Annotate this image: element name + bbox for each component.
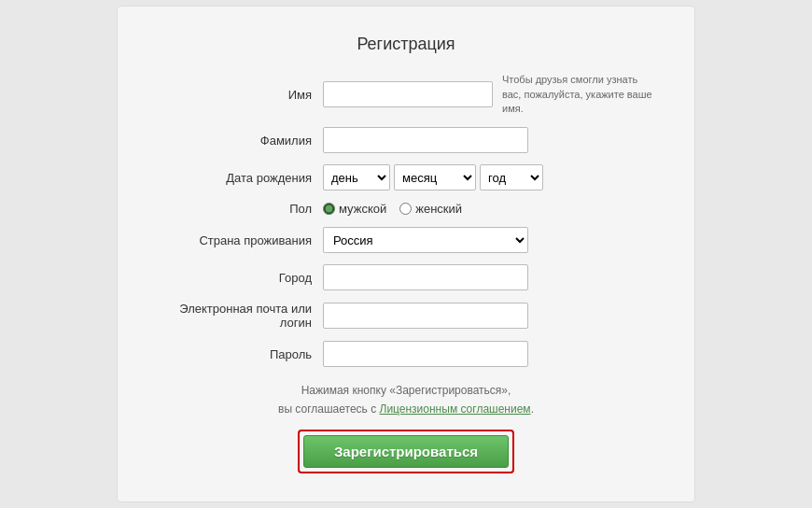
female-label: женский [415, 202, 462, 216]
surname-row: Фамилия [155, 127, 657, 153]
male-label: мужской [339, 202, 386, 216]
date-group: день месяц год [323, 164, 543, 190]
terms-line2: вы соглашаетесь с [278, 402, 379, 416]
terms-line1: Нажимая кнопку «Зарегистрироваться», [301, 384, 511, 397]
year-select[interactable]: год [480, 164, 543, 190]
city-row: Город [155, 264, 657, 290]
email-label: Электронная почта или логин [155, 302, 323, 330]
day-select[interactable]: день [323, 164, 390, 190]
register-btn-wrapper: Зарегистрироваться [298, 430, 514, 473]
terms-text: Нажимая кнопку «Зарегистрироваться», вы … [155, 382, 657, 417]
password-input[interactable] [323, 341, 528, 367]
gender-label: Пол [155, 202, 323, 216]
name-row: Имя Чтобы друзья смогли узнать вас, пожа… [155, 73, 657, 116]
bottom-section: Нажимая кнопку «Зарегистрироваться», вы … [155, 382, 657, 473]
male-option[interactable]: мужской [323, 202, 386, 216]
email-input[interactable] [323, 303, 528, 329]
surname-input[interactable] [323, 127, 528, 153]
name-label: Имя [155, 88, 323, 102]
birthdate-row: Дата рождения день месяц год [155, 164, 657, 190]
country-row: Страна проживания Россия [155, 227, 657, 253]
terms-period: . [531, 402, 534, 416]
password-row: Пароль [155, 341, 657, 367]
terms-link[interactable]: Лицензионным соглашением [380, 402, 531, 416]
form-title: Регистрация [155, 35, 657, 54]
female-radio[interactable] [399, 203, 412, 215]
gender-row: Пол мужской женский [155, 202, 657, 216]
register-button[interactable]: Зарегистрироваться [303, 435, 509, 468]
password-label: Пароль [155, 347, 323, 361]
registration-form: Регистрация Имя Чтобы друзья смогли узна… [117, 6, 695, 502]
email-row: Электронная почта или логин [155, 302, 657, 330]
female-option[interactable]: женский [399, 202, 462, 216]
male-radio[interactable] [323, 203, 335, 215]
surname-label: Фамилия [155, 134, 323, 148]
gender-group: мужской женский [323, 202, 462, 216]
month-select[interactable]: месяц [394, 164, 476, 190]
country-label: Страна проживания [155, 233, 323, 247]
country-select[interactable]: Россия [323, 227, 528, 253]
name-input[interactable] [323, 81, 493, 107]
city-label: Город [155, 271, 323, 285]
birthdate-label: Дата рождения [155, 171, 323, 185]
name-hint: Чтобы друзья смогли узнать вас, пожалуйс… [502, 73, 657, 116]
city-input[interactable] [323, 264, 528, 290]
